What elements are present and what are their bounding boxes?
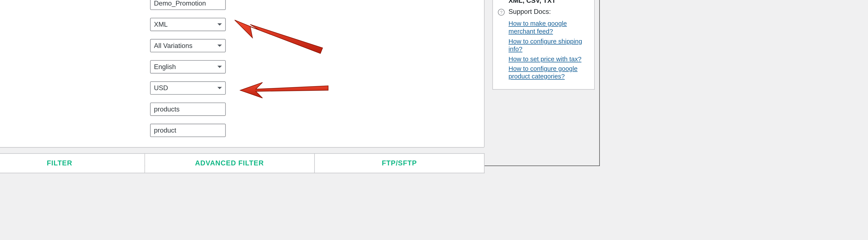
- annotation-arrow-red: [239, 77, 339, 99]
- items-wrapper-input[interactable]: [150, 103, 226, 116]
- support-link[interactable]: How to configure google product categori…: [508, 64, 590, 81]
- item-wrapper-input[interactable]: [150, 124, 226, 137]
- currency-select-value[interactable]: [150, 81, 226, 95]
- row-file-type: File Type*: [0, 18, 478, 31]
- file-type-select[interactable]: [150, 18, 226, 31]
- row-variations: Include Variations?*: [0, 39, 478, 52]
- file-types-value: XML, CSV, TXT: [497, 0, 590, 4]
- row-item-wrapper: Single Item Wrapper*: [0, 124, 478, 137]
- support-link[interactable]: How to configure shipping info?: [508, 37, 590, 53]
- svg-text:?: ?: [500, 10, 502, 15]
- file-type-select-value[interactable]: [150, 18, 226, 31]
- language-select-value[interactable]: [150, 60, 226, 74]
- help-icon: ?: [497, 8, 505, 16]
- tab-ftp-sftp[interactable]: FTP/SFTP: [315, 153, 485, 173]
- row-currency: Currency*: [0, 81, 478, 95]
- language-select[interactable]: [150, 60, 226, 74]
- row-language: Language*: [0, 60, 478, 74]
- currency-select[interactable]: [150, 81, 226, 95]
- feed-merchant-info-panel: Feed Merchant Info Feed Specification: R…: [492, 0, 595, 89]
- support-link[interactable]: How to set price with tax?: [508, 55, 590, 63]
- variations-select[interactable]: [150, 39, 226, 52]
- main-content: Content Settings Clear Cache Country* Te…: [0, 0, 599, 165]
- form-body: Country* Template*: [0, 0, 484, 147]
- tab-filter[interactable]: FILTER: [0, 153, 145, 173]
- support-link[interactable]: How to make google merchant feed?: [508, 19, 590, 35]
- content-settings-panel: Content Settings Clear Cache Country* Te…: [0, 0, 485, 148]
- file-name-input[interactable]: [150, 0, 226, 10]
- feed-tabs: FEED CONFIG FILTER ADVANCED FILTER FTP/S…: [0, 153, 485, 173]
- tab-advanced-filter[interactable]: ADVANCED FILTER: [145, 153, 315, 173]
- variations-select-value[interactable]: [150, 39, 226, 52]
- support-label: Support Docs:: [508, 8, 551, 16]
- row-file-name: File Name*: [0, 0, 478, 10]
- row-items-wrapper: Items Wrapper*: [0, 103, 478, 116]
